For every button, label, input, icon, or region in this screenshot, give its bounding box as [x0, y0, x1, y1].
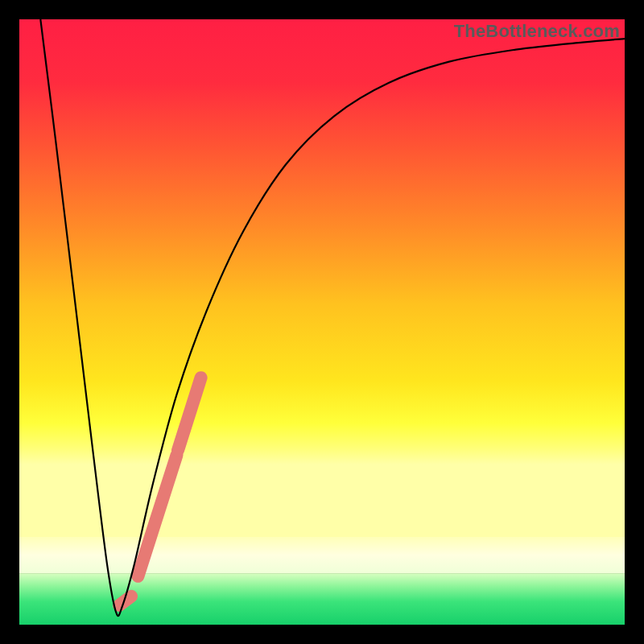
svg-line-4 [138, 455, 176, 576]
svg-line-5 [178, 378, 201, 450]
chart-svg [19, 19, 625, 625]
chart-frame: TheBottleneck.com [0, 0, 644, 644]
watermark-text: TheBottleneck.com [454, 21, 620, 42]
plot-area: TheBottleneck.com [19, 19, 625, 625]
bottleneck-curve [40, 19, 625, 616]
highlight-segment [119, 378, 201, 605]
